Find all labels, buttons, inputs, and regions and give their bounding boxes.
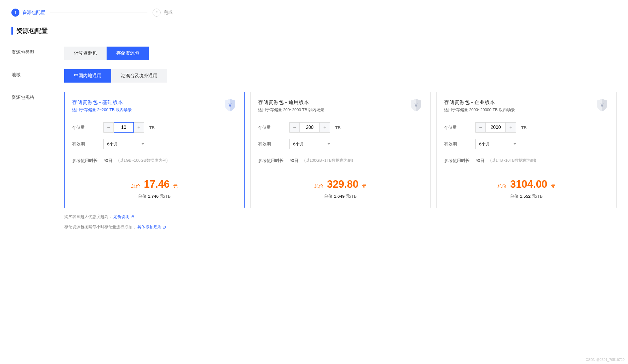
validity-label: 有效期 (444, 141, 475, 147)
spec-desc: 适用于存储量 2~200 TB 以内场景 (72, 107, 237, 113)
tab-compute-package[interactable]: 计算资源包 (64, 47, 107, 60)
spec-card-enterprise[interactable]: 存储资源包 - 企业版本 适用于存储量 2000~20000 TB 以内场景 V… (436, 92, 617, 208)
total-value: 329.80 (327, 178, 358, 190)
svg-text:V: V (229, 103, 232, 108)
storage-label: 存储量 (72, 125, 103, 130)
unit-price-label: 单价 (138, 194, 147, 199)
validity-select[interactable]: 6个月 (475, 139, 520, 149)
section-title: 资源包配置 (11, 27, 617, 35)
storage-stepper: − + (475, 122, 516, 133)
unit-price-value: 1.649 (334, 194, 345, 199)
step-divider (50, 13, 147, 13)
storage-unit: TB (521, 125, 527, 130)
storage-unit: TB (335, 125, 341, 130)
unit-price-value: 1.552 (520, 194, 531, 199)
deduction-link-text: 具体抵扣规则 (137, 225, 161, 230)
spec-cards-container: 存储资源包 - 基础版本 适用于存储量 2~200 TB 以内场景 V 存储量 … (64, 92, 617, 208)
plus-button[interactable]: + (320, 122, 330, 133)
region-tabs: 中国内地通用 港澳台及境外通用 (64, 69, 617, 83)
tab-region-mainland[interactable]: 中国内地通用 (64, 69, 111, 83)
total-label: 总价 (131, 183, 140, 189)
tab-region-overseas[interactable]: 港澳台及境外通用 (111, 69, 167, 83)
svg-text:V: V (601, 103, 604, 108)
storage-input[interactable] (300, 122, 320, 133)
ref-duration-label: 参考使用时长 (72, 158, 103, 163)
spec-desc: 适用于存储量 200~2000 TB 以内场景 (258, 107, 423, 113)
deduction-rules-link[interactable]: 具体抵扣规则 (137, 225, 166, 230)
spec-title: 存储资源包 - 企业版本 (444, 99, 609, 106)
unit-price-unit: 元/TB (160, 194, 171, 199)
total-unit: 元 (362, 183, 367, 189)
validity-value: 6个月 (107, 141, 118, 147)
unit-price-unit: 元/TB (532, 194, 543, 199)
svg-text:V: V (415, 103, 418, 108)
ref-note: (以1GB~100GB数据库为例) (118, 158, 168, 163)
progress-stepper: 1 资源包配置 2 完成 (11, 9, 617, 17)
shield-badge-icon: V (594, 98, 610, 112)
validity-value: 6个月 (293, 141, 304, 147)
validity-value: 6个月 (479, 141, 490, 147)
plus-button[interactable]: + (134, 122, 144, 133)
chevron-down-icon (327, 143, 330, 145)
step-2-number: 2 (153, 9, 161, 17)
storage-input[interactable] (114, 122, 134, 133)
shield-badge-icon: V (408, 98, 424, 112)
storage-label: 存储量 (444, 125, 475, 130)
ref-days: 90日 (103, 158, 113, 163)
step-1-label: 资源包配置 (22, 10, 45, 16)
section-title-text: 资源包配置 (16, 27, 48, 35)
spec-desc: 适用于存储量 2000~20000 TB 以内场景 (444, 107, 609, 113)
shield-badge-icon: V (222, 98, 238, 112)
resource-type-tabs: 计算资源包 存储资源包 (64, 47, 617, 60)
ref-duration-label: 参考使用时长 (444, 158, 475, 163)
row-resource-type: 资源包类型 计算资源包 存储资源包 (11, 47, 617, 60)
note-text: 购买容量越大优惠度越高， (64, 214, 112, 219)
storage-label: 存储量 (258, 125, 289, 130)
chevron-down-icon (141, 143, 144, 145)
spec-card-basic[interactable]: 存储资源包 - 基础版本 适用于存储量 2~200 TB 以内场景 V 存储量 … (64, 92, 245, 208)
external-link-icon (163, 225, 166, 229)
note-pricing: 购买容量越大优惠度越高， 定价说明 (64, 214, 617, 219)
plus-button[interactable]: + (506, 122, 516, 133)
spec-title: 存储资源包 - 基础版本 (72, 99, 237, 106)
note-text: 存储资源包按照每小时存储量进行抵扣， (64, 225, 136, 230)
notes-section: 购买容量越大优惠度越高， 定价说明 存储资源包按照每小时存储量进行抵扣， 具体抵… (64, 214, 617, 230)
total-value: 17.46 (144, 178, 169, 190)
total-label: 总价 (314, 183, 323, 189)
ref-days: 90日 (289, 158, 299, 163)
pricing-link-text: 定价说明 (113, 214, 129, 219)
step-1-number: 1 (11, 9, 19, 17)
spec-card-general[interactable]: 存储资源包 - 通用版本 适用于存储量 200~2000 TB 以内场景 V 存… (250, 92, 431, 208)
row-region: 地域 中国内地通用 港澳台及境外通用 (11, 69, 617, 83)
minus-button[interactable]: − (103, 122, 114, 133)
note-deduction: 存储资源包按照每小时存储量进行抵扣， 具体抵扣规则 (64, 225, 617, 230)
pricing-link[interactable]: 定价说明 (113, 214, 134, 219)
region-label: 地域 (11, 69, 64, 78)
validity-label: 有效期 (72, 141, 103, 147)
total-label: 总价 (497, 183, 507, 189)
chevron-down-icon (513, 143, 516, 145)
total-unit: 元 (551, 183, 555, 189)
external-link-icon (131, 215, 134, 219)
validity-select[interactable]: 6个月 (289, 139, 334, 149)
unit-price-label: 单价 (324, 194, 333, 199)
storage-unit: TB (149, 125, 155, 130)
tab-storage-package[interactable]: 存储资源包 (107, 47, 149, 60)
total-unit: 元 (173, 183, 178, 189)
storage-input[interactable] (486, 122, 506, 133)
minus-button[interactable]: − (289, 122, 300, 133)
unit-price-unit: 元/TB (346, 194, 357, 199)
minus-button[interactable]: − (475, 122, 486, 133)
unit-price-value: 1.746 (148, 194, 159, 199)
validity-select[interactable]: 6个月 (103, 139, 148, 149)
step-2-label: 完成 (163, 10, 173, 16)
step-2: 2 完成 (153, 9, 173, 17)
spec-title: 存储资源包 - 通用版本 (258, 99, 423, 106)
total-value: 3104.00 (510, 178, 547, 190)
spec-label: 资源包规格 (11, 92, 64, 101)
storage-stepper: − + (289, 122, 330, 133)
storage-stepper: − + (103, 122, 144, 133)
ref-note: (以100GB~1TB数据库为例) (304, 158, 353, 163)
ref-note: (以1TB~10TB数据库为例) (490, 158, 536, 163)
resource-type-label: 资源包类型 (11, 47, 64, 55)
